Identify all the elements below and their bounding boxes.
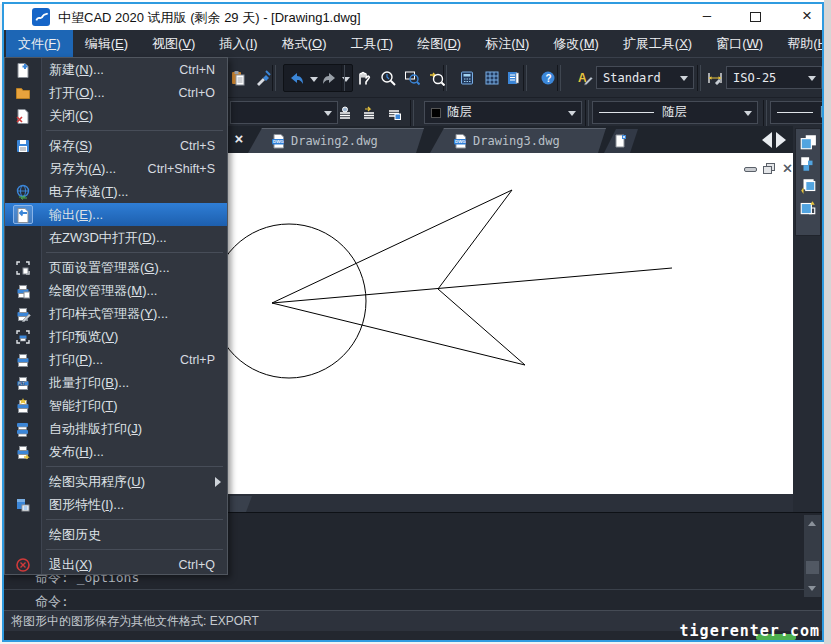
menubar-item-help[interactable]: 帮助(H) (775, 30, 824, 57)
undo-button[interactable] (285, 67, 309, 91)
pan-button[interactable] (351, 66, 375, 90)
properties-button[interactable] (501, 66, 525, 90)
menubar-item-tools[interactable]: 工具(T) (338, 30, 405, 57)
menu-item-close[interactable]: 关闭(C) (5, 104, 227, 127)
smart-print-icon (13, 396, 33, 415)
minimize-button[interactable]: – (690, 4, 724, 30)
lineweight-value: 随 (821, 104, 825, 121)
close-button[interactable]: × (790, 4, 824, 30)
menubar-item-express[interactable]: 扩展工具(X) (611, 30, 704, 57)
drawing-canvas[interactable] (228, 153, 793, 494)
text-style-button[interactable]: A (573, 66, 597, 90)
menubar-item-file[interactable]: 文件(F) (6, 30, 73, 57)
menu-item-label: 发布(H)... (49, 443, 104, 461)
menu-item-publish[interactable]: 发布(H)... (5, 440, 227, 463)
dwg-file-icon: DWG (452, 133, 468, 149)
command-scrollbar[interactable] (804, 515, 821, 597)
menu-item-print[interactable]: 打印(P)...Ctrl+P (5, 348, 227, 371)
submenu-arrow-icon (215, 477, 221, 487)
menubar-item-modify[interactable]: 修改(M) (541, 30, 611, 57)
layer-manager-button[interactable] (333, 101, 357, 125)
menubar-item-dimension[interactable]: 标注(N) (473, 30, 541, 57)
model-tab[interactable] (230, 496, 252, 512)
save-icon (13, 136, 33, 155)
help-button[interactable]: ? (536, 66, 560, 90)
new-tab-button[interactable] (604, 129, 638, 153)
plotter-manager-icon (13, 281, 33, 300)
draworder-under-button[interactable] (799, 199, 817, 217)
calculator-button[interactable] (455, 66, 479, 90)
menu-item-page-setup-manager[interactable]: 页面设置管理器(G)... (5, 256, 227, 279)
auto-print-icon (13, 419, 33, 438)
tab-scroll-left-icon[interactable] (762, 132, 772, 148)
menu-item-label: 打印样式管理器(Y)... (49, 305, 168, 323)
dim-style-button[interactable] (703, 66, 727, 90)
zoom-realtime-button[interactable] (376, 66, 400, 90)
menu-item-print-preview[interactable]: 打印预览(V) (5, 325, 227, 348)
draworder-front-button[interactable] (799, 133, 817, 151)
no-icon (13, 472, 33, 491)
menu-item-plot-style-manager[interactable]: 打印样式管理器(Y)... (5, 302, 227, 325)
draworder-back-button[interactable] (799, 155, 817, 173)
document-tab-drawing3[interactable]: DWGDrawing3.dwg (430, 128, 606, 153)
dim-style-dropdown[interactable]: ISO-25 (726, 66, 822, 89)
menu-item-save[interactable]: 保存(S)Ctrl+S (5, 134, 227, 157)
tab-scroll-right-icon[interactable] (776, 132, 786, 148)
format-painter-button[interactable] (251, 66, 275, 90)
text-style-dropdown[interactable]: Standard (596, 66, 694, 89)
menu-item-exit[interactable]: 退出(X)Ctrl+Q (5, 553, 227, 576)
screen: 中望CAD 2020 试用版 (剩余 29 天) - [Drawing1.dwg… (0, 0, 831, 644)
zoom-window-button[interactable] (400, 66, 424, 90)
menu-item-plotter-manager[interactable]: 绘图仪管理器(M)... (5, 279, 227, 302)
command-prompt-line[interactable]: 命令: (35, 593, 69, 611)
lineweight-dropdown[interactable]: 随 (770, 101, 824, 124)
menu-item-label: 新建(N)... (49, 61, 104, 79)
scrollbar-thumb[interactable] (806, 561, 819, 574)
paste-button[interactable] (226, 66, 250, 90)
mdi-window-controls: ✕ (717, 160, 793, 178)
linetype-dropdown[interactable]: 随层 (592, 101, 758, 124)
menu-item-open[interactable]: 打开(O)...Ctrl+O (5, 81, 227, 104)
menubar-item-insert[interactable]: 插入(I) (207, 30, 269, 57)
mdi-minimize-icon[interactable] (744, 167, 757, 172)
document-tab-drawing2[interactable]: DWGDrawing2.dwg (248, 128, 424, 153)
menubar-item-draw[interactable]: 绘图(D) (405, 30, 473, 57)
menu-item-drawing-history[interactable]: 绘图历史 (5, 523, 227, 546)
color-dropdown[interactable]: 随层 (424, 101, 582, 124)
zoom-previous-button[interactable] (425, 66, 449, 90)
tab-nav-arrows (762, 126, 794, 153)
menu-item-shortcut: Ctrl+Q (179, 558, 215, 572)
menu-item-drawing-utilities[interactable]: 绘图实用程序(U) (5, 470, 227, 493)
menubar-item-format[interactable]: 格式(O) (270, 30, 339, 57)
menu-item-open-in-zw3d[interactable]: 在ZW3D中打开(D)... (5, 226, 227, 249)
menu-separator (5, 463, 227, 470)
menu-item-export[interactable]: 输出(E)... (5, 203, 227, 226)
redo-button[interactable] (317, 67, 341, 91)
scroll-up-icon[interactable] (808, 521, 816, 526)
toolbar-separator (763, 100, 767, 126)
menu-item-batch-print[interactable]: PLT批量打印(B)... (5, 371, 227, 394)
menubar-item-view[interactable]: 视图(V) (140, 30, 207, 57)
menu-item-new[interactable]: 新建(N)...Ctrl+N (5, 58, 227, 81)
menubar-item-window[interactable]: 窗口(W) (704, 30, 775, 57)
menu-item-etransmit[interactable]: 电子传递(T)... (5, 180, 227, 203)
scroll-down-icon[interactable] (808, 586, 816, 591)
menu-item-drawing-properties[interactable]: 图形特性(I)... (5, 493, 227, 516)
layer-previous-button[interactable] (357, 101, 381, 125)
menu-separator (5, 546, 227, 553)
menubar-item-edit[interactable]: 编辑(E) (73, 30, 140, 57)
zwcad-window: 中望CAD 2020 试用版 (剩余 29 天) - [Drawing1.dwg… (2, 2, 824, 642)
maximize-button[interactable] (740, 4, 774, 30)
mdi-restore-icon[interactable] (763, 163, 776, 175)
menu-item-label: 打印(P)... (49, 351, 103, 369)
command-divider (4, 589, 804, 590)
menu-item-auto-layout-print[interactable]: 自动排版打印(J) (5, 417, 227, 440)
close-document-button[interactable]: × (230, 130, 248, 148)
menu-item-save-as[interactable]: 另存为(A)...Ctrl+Shift+S (5, 157, 227, 180)
right-dock-panel (793, 126, 822, 512)
layer-states-button[interactable] (382, 101, 406, 125)
layer-dropdown[interactable] (230, 101, 338, 124)
menu-item-smart-print[interactable]: 智能打印(T) (5, 394, 227, 417)
draworder-above-button[interactable] (799, 177, 817, 195)
mdi-close-icon[interactable]: ✕ (782, 163, 793, 175)
